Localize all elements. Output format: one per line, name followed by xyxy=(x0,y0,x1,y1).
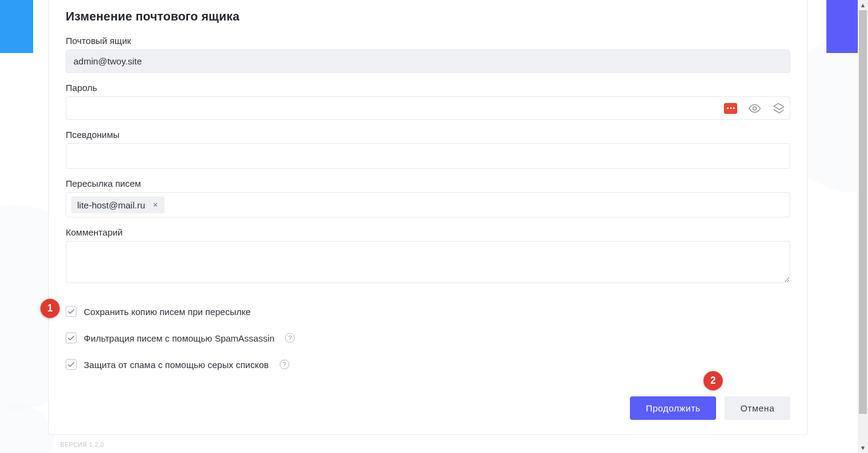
label-mailbox: Почтовый ящик xyxy=(66,36,790,46)
aliases-input[interactable] xyxy=(66,143,790,169)
callout-badge-1: 1 xyxy=(40,299,60,318)
field-aliases: Псевдонимы xyxy=(66,130,790,169)
version-text: ВЕРСИЯ 1.2.0 xyxy=(60,442,104,448)
forward-input[interactable]: lite-host@mail.ru × xyxy=(66,192,790,217)
continue-button[interactable]: Продолжить xyxy=(630,396,716,420)
comment-textarea[interactable] xyxy=(66,241,790,283)
check-label-greylist: Защита от спама с помощью серых списков xyxy=(84,360,269,370)
svg-point-0 xyxy=(753,107,756,110)
field-password: Пароль xyxy=(66,83,790,120)
label-forward: Пересылка писем xyxy=(66,178,790,189)
left-accent-strip xyxy=(0,0,33,53)
forward-tag-remove[interactable]: × xyxy=(150,199,161,210)
check-row-greylist: Защита от спама с помощью серых списков … xyxy=(66,354,790,381)
label-password: Пароль xyxy=(66,83,790,93)
password-input[interactable] xyxy=(66,96,790,120)
checkbox-spamassassin[interactable] xyxy=(66,333,77,343)
checkbox-save-copy[interactable] xyxy=(66,306,77,317)
checkbox-greylist[interactable] xyxy=(66,359,77,370)
forward-tag-text: lite-host@mail.ru xyxy=(77,200,145,210)
help-icon[interactable]: ? xyxy=(280,360,289,369)
scrollbar[interactable]: ▲ ▼ xyxy=(858,0,868,453)
bg-shape xyxy=(0,405,54,453)
help-icon[interactable]: ? xyxy=(285,333,295,343)
cancel-button[interactable]: Отмена xyxy=(725,396,790,420)
tags-icon[interactable] xyxy=(772,102,785,115)
mailbox-value: admin@twoy.site xyxy=(66,49,790,73)
field-mailbox: Почтовый ящик admin@twoy.site xyxy=(66,36,790,73)
scroll-up-icon[interactable]: ▲ xyxy=(858,0,868,10)
label-comment: Комментарий xyxy=(66,227,790,237)
right-accent-strip xyxy=(826,0,858,53)
check-row-save-copy: 1 Сохранить копию писем при пересылке xyxy=(66,301,790,328)
eye-icon[interactable] xyxy=(748,102,761,115)
label-aliases: Псевдонимы xyxy=(66,130,790,140)
password-generate-button[interactable] xyxy=(724,103,737,114)
forward-tag: lite-host@mail.ru × xyxy=(71,196,165,213)
check-row-spamassassin: Фильтрация писем с помощью SpamAssassin … xyxy=(66,328,790,354)
check-label-save-copy: Сохранить копию писем при пересылке xyxy=(84,307,251,317)
mailbox-edit-card: Изменение почтового ящика Почтовый ящик … xyxy=(48,0,808,435)
callout-badge-2: 2 xyxy=(703,371,723,390)
field-comment: Комментарий xyxy=(66,227,790,283)
field-forward: Пересылка писем lite-host@mail.ru × xyxy=(66,178,790,217)
check-label-spamassassin: Фильтрация писем с помощью SpamAssassin xyxy=(84,333,274,343)
scroll-thumb[interactable] xyxy=(859,10,867,414)
scroll-down-icon[interactable]: ▼ xyxy=(858,443,868,453)
page-title: Изменение почтового ящика xyxy=(66,10,790,23)
